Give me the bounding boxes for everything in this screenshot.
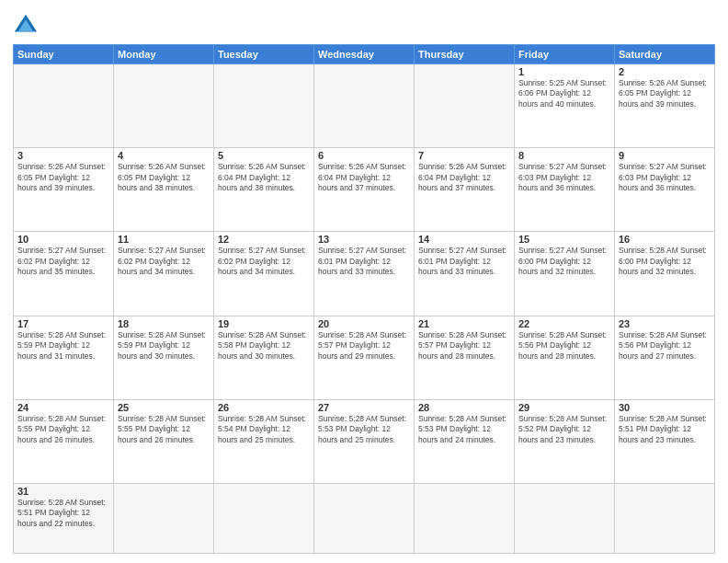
day-info: Sunrise: 5:27 AM Sunset: 6:01 PM Dayligh… xyxy=(318,246,410,277)
day-info: Sunrise: 5:27 AM Sunset: 6:02 PM Dayligh… xyxy=(17,246,109,277)
day-number: 29 xyxy=(518,402,610,413)
day-number: 28 xyxy=(418,402,510,413)
day-header-monday: Monday xyxy=(114,45,214,64)
calendar-cell xyxy=(314,483,415,553)
day-info: Sunrise: 5:28 AM Sunset: 5:56 PM Dayligh… xyxy=(619,330,711,362)
day-info: Sunrise: 5:28 AM Sunset: 5:55 PM Dayligh… xyxy=(17,414,109,445)
calendar-week-row: 31Sunrise: 5:28 AM Sunset: 5:51 PM Dayli… xyxy=(14,483,715,553)
day-info: Sunrise: 5:26 AM Sunset: 6:04 PM Dayligh… xyxy=(418,162,510,193)
calendar-cell: 4Sunrise: 5:26 AM Sunset: 6:05 PM Daylig… xyxy=(114,148,214,232)
day-info: Sunrise: 5:28 AM Sunset: 5:59 PM Dayligh… xyxy=(17,330,109,362)
day-header-wednesday: Wednesday xyxy=(314,45,415,64)
day-number: 14 xyxy=(418,234,510,245)
calendar-cell: 31Sunrise: 5:28 AM Sunset: 5:51 PM Dayli… xyxy=(14,483,114,553)
day-info: Sunrise: 5:28 AM Sunset: 5:51 PM Dayligh… xyxy=(17,498,109,529)
calendar-cell: 26Sunrise: 5:28 AM Sunset: 5:54 PM Dayli… xyxy=(214,399,314,483)
day-number: 6 xyxy=(318,150,410,161)
day-header-thursday: Thursday xyxy=(415,45,515,64)
calendar-week-row: 24Sunrise: 5:28 AM Sunset: 5:55 PM Dayli… xyxy=(14,399,715,483)
calendar-cell xyxy=(314,64,415,148)
calendar-cell xyxy=(114,64,214,148)
calendar-cell xyxy=(615,483,715,553)
day-number: 2 xyxy=(619,66,711,77)
day-number: 12 xyxy=(218,234,310,245)
day-number: 7 xyxy=(418,150,510,161)
day-info: Sunrise: 5:27 AM Sunset: 6:02 PM Dayligh… xyxy=(218,246,310,277)
calendar-cell: 15Sunrise: 5:27 AM Sunset: 6:00 PM Dayli… xyxy=(515,232,615,316)
calendar-cell xyxy=(415,483,515,553)
calendar-cell: 23Sunrise: 5:28 AM Sunset: 5:56 PM Dayli… xyxy=(615,316,715,399)
calendar-cell: 14Sunrise: 5:27 AM Sunset: 6:01 PM Dayli… xyxy=(415,232,515,316)
calendar-cell: 3Sunrise: 5:26 AM Sunset: 6:05 PM Daylig… xyxy=(14,148,114,232)
day-number: 25 xyxy=(118,402,210,413)
day-info: Sunrise: 5:27 AM Sunset: 6:00 PM Dayligh… xyxy=(518,246,610,277)
calendar-cell: 19Sunrise: 5:28 AM Sunset: 5:58 PM Dayli… xyxy=(214,316,314,399)
calendar-table: SundayMondayTuesdayWednesdayThursdayFrid… xyxy=(13,44,715,554)
day-number: 22 xyxy=(518,318,610,329)
calendar-week-row: 1Sunrise: 5:25 AM Sunset: 6:06 PM Daylig… xyxy=(14,64,715,148)
day-info: Sunrise: 5:28 AM Sunset: 5:51 PM Dayligh… xyxy=(619,414,711,445)
day-info: Sunrise: 5:28 AM Sunset: 5:52 PM Dayligh… xyxy=(518,414,610,445)
day-header-tuesday: Tuesday xyxy=(214,45,314,64)
day-number: 17 xyxy=(17,318,109,329)
day-number: 27 xyxy=(318,402,410,413)
day-number: 31 xyxy=(17,486,109,497)
logo-icon xyxy=(13,13,39,39)
calendar-cell: 5Sunrise: 5:26 AM Sunset: 6:04 PM Daylig… xyxy=(214,148,314,232)
day-info: Sunrise: 5:27 AM Sunset: 6:01 PM Dayligh… xyxy=(418,246,510,277)
day-number: 24 xyxy=(17,402,109,413)
day-info: Sunrise: 5:26 AM Sunset: 6:05 PM Dayligh… xyxy=(17,162,109,193)
day-number: 19 xyxy=(218,318,310,329)
day-number: 10 xyxy=(17,234,109,245)
day-info: Sunrise: 5:28 AM Sunset: 6:00 PM Dayligh… xyxy=(619,246,711,277)
day-number: 11 xyxy=(118,234,210,245)
calendar-cell: 22Sunrise: 5:28 AM Sunset: 5:56 PM Dayli… xyxy=(515,316,615,399)
day-info: Sunrise: 5:28 AM Sunset: 5:59 PM Dayligh… xyxy=(118,330,210,362)
day-number: 30 xyxy=(619,402,711,413)
calendar-cell: 21Sunrise: 5:28 AM Sunset: 5:57 PM Dayli… xyxy=(415,316,515,399)
calendar-cell: 16Sunrise: 5:28 AM Sunset: 6:00 PM Dayli… xyxy=(615,232,715,316)
day-number: 15 xyxy=(518,234,610,245)
day-info: Sunrise: 5:26 AM Sunset: 6:04 PM Dayligh… xyxy=(218,162,310,193)
day-info: Sunrise: 5:26 AM Sunset: 6:04 PM Dayligh… xyxy=(318,162,410,193)
calendar-cell: 6Sunrise: 5:26 AM Sunset: 6:04 PM Daylig… xyxy=(314,148,415,232)
calendar-cell: 7Sunrise: 5:26 AM Sunset: 6:04 PM Daylig… xyxy=(415,148,515,232)
logo xyxy=(13,13,42,39)
day-info: Sunrise: 5:27 AM Sunset: 6:03 PM Dayligh… xyxy=(518,162,610,193)
day-number: 16 xyxy=(619,234,711,245)
day-info: Sunrise: 5:28 AM Sunset: 5:53 PM Dayligh… xyxy=(418,414,510,445)
calendar-cell: 24Sunrise: 5:28 AM Sunset: 5:55 PM Dayli… xyxy=(14,399,114,483)
calendar-cell: 10Sunrise: 5:27 AM Sunset: 6:02 PM Dayli… xyxy=(14,232,114,316)
day-number: 20 xyxy=(318,318,410,329)
day-info: Sunrise: 5:28 AM Sunset: 5:54 PM Dayligh… xyxy=(218,414,310,445)
calendar-cell: 25Sunrise: 5:28 AM Sunset: 5:55 PM Dayli… xyxy=(114,399,214,483)
day-info: Sunrise: 5:28 AM Sunset: 5:55 PM Dayligh… xyxy=(118,414,210,445)
day-number: 8 xyxy=(518,150,610,161)
calendar-cell: 13Sunrise: 5:27 AM Sunset: 6:01 PM Dayli… xyxy=(314,232,415,316)
day-info: Sunrise: 5:28 AM Sunset: 5:57 PM Dayligh… xyxy=(418,330,510,362)
day-info: Sunrise: 5:28 AM Sunset: 5:56 PM Dayligh… xyxy=(518,330,610,362)
day-info: Sunrise: 5:25 AM Sunset: 6:06 PM Dayligh… xyxy=(518,78,610,109)
day-info: Sunrise: 5:28 AM Sunset: 5:53 PM Dayligh… xyxy=(318,414,410,445)
day-number: 9 xyxy=(619,150,711,161)
calendar-cell: 30Sunrise: 5:28 AM Sunset: 5:51 PM Dayli… xyxy=(615,399,715,483)
day-number: 13 xyxy=(318,234,410,245)
day-info: Sunrise: 5:27 AM Sunset: 6:03 PM Dayligh… xyxy=(619,162,711,193)
day-info: Sunrise: 5:26 AM Sunset: 6:05 PM Dayligh… xyxy=(619,78,711,109)
calendar-cell: 9Sunrise: 5:27 AM Sunset: 6:03 PM Daylig… xyxy=(615,148,715,232)
day-number: 3 xyxy=(17,150,109,161)
calendar-cell: 28Sunrise: 5:28 AM Sunset: 5:53 PM Dayli… xyxy=(415,399,515,483)
calendar-cell: 27Sunrise: 5:28 AM Sunset: 5:53 PM Dayli… xyxy=(314,399,415,483)
day-header-sunday: Sunday xyxy=(14,45,114,64)
calendar-cell xyxy=(415,64,515,148)
page: SundayMondayTuesdayWednesdayThursdayFrid… xyxy=(0,0,728,563)
calendar-week-row: 3Sunrise: 5:26 AM Sunset: 6:05 PM Daylig… xyxy=(14,148,715,232)
calendar-cell: 1Sunrise: 5:25 AM Sunset: 6:06 PM Daylig… xyxy=(515,64,615,148)
calendar-cell xyxy=(114,483,214,553)
calendar-cell: 11Sunrise: 5:27 AM Sunset: 6:02 PM Dayli… xyxy=(114,232,214,316)
calendar-header-row: SundayMondayTuesdayWednesdayThursdayFrid… xyxy=(14,45,715,64)
day-header-friday: Friday xyxy=(515,45,615,64)
calendar-cell: 18Sunrise: 5:28 AM Sunset: 5:59 PM Dayli… xyxy=(114,316,214,399)
calendar-cell: 17Sunrise: 5:28 AM Sunset: 5:59 PM Dayli… xyxy=(14,316,114,399)
day-info: Sunrise: 5:26 AM Sunset: 6:05 PM Dayligh… xyxy=(118,162,210,193)
